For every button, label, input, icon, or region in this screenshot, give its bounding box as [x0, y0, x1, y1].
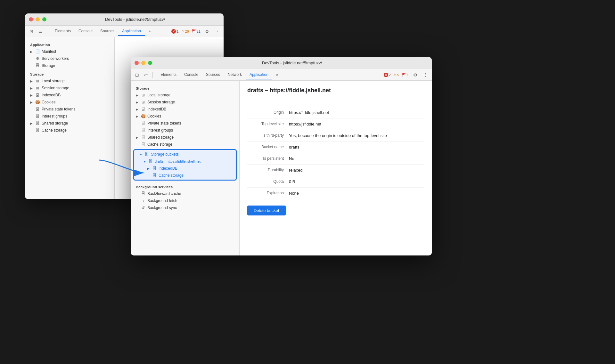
detail-row-expiration: Expiration None — [247, 188, 424, 199]
front-background-sync[interactable]: ▶ ↺ Background sync — [131, 204, 239, 211]
front-error-badge: ✕ 2 — [384, 73, 391, 77]
front-storage-buckets[interactable]: ▼ 🗄 Storage buckets — [134, 151, 236, 158]
tab-elements[interactable]: Elements — [51, 27, 75, 36]
delete-bucket-button[interactable]: Delete bucket — [247, 206, 286, 215]
front-sep-1 — [152, 72, 153, 78]
tab-console[interactable]: Console — [75, 27, 96, 36]
tab-more[interactable]: » — [145, 27, 155, 36]
front-maximize-btn[interactable] — [148, 61, 152, 65]
quota-value: 0 B — [289, 179, 295, 184]
front-warn-badge: ⚠ 5 — [393, 73, 399, 77]
device-icon[interactable]: ▭ — [37, 28, 44, 35]
front-tab-more[interactable]: » — [272, 70, 282, 79]
front-tab-elements[interactable]: Elements — [157, 70, 180, 79]
sidebar-item-indexeddb[interactable]: ▶ 🗄 IndexedDB — [25, 92, 114, 99]
front-badges: ✕ 2 ⚠ 5 🚩 1 ⚙ ⋮ — [384, 71, 429, 79]
front-background-fetch[interactable]: ▶ ↕ Background fetch — [131, 197, 239, 204]
sidebar-item-interest-groups[interactable]: ▶ 🗄 Interest groups — [25, 113, 114, 120]
front-session-storage[interactable]: ▶ ⊞ Session storage — [131, 99, 239, 106]
front-tab-console[interactable]: Console — [180, 70, 202, 79]
f-pst-icon: 🗄 — [141, 121, 145, 125]
ls-arrow: ▶ — [30, 79, 33, 83]
f-shst-arrow: ▶ — [136, 136, 139, 139]
sidebar-item-manifest[interactable]: ▶ 📄 Manifest — [25, 48, 114, 55]
front-cookies[interactable]: ▶ 🍪 Cookies — [131, 113, 239, 120]
inspect-icon[interactable]: ⊡ — [28, 28, 35, 35]
front-tab-application[interactable]: Application — [246, 70, 272, 79]
detail-row-bucket-name: Bucket name drafts — [247, 142, 424, 153]
sidebar-item-local-storage[interactable]: ▶ ⊞ Local storage — [25, 77, 114, 85]
ls-icon: ⊞ — [35, 79, 40, 83]
more-icon[interactable]: ⋮ — [213, 28, 221, 35]
front-tabs: Elements Console Sources Network Applica… — [157, 70, 282, 79]
front-close-btn[interactable] — [135, 61, 139, 65]
devtools-front-window: DevTools - jsfiddle.net/5tmpfuzv/ ⊡ ▭ El… — [131, 57, 432, 255]
front-interest-groups[interactable]: ▶ 🗄 Interest groups — [131, 127, 239, 134]
durability-label: Durability — [247, 168, 289, 172]
toolbar-sep-1 — [47, 28, 47, 34]
shst-arrow: ▶ — [30, 122, 33, 125]
bucket-name-value: drafts — [289, 145, 299, 150]
f-sb-icon: 🗄 — [144, 152, 149, 157]
sidebar-item-cookies[interactable]: ▶ 🍪 Cookies — [25, 99, 114, 106]
shst-icon: 🗄 — [35, 121, 40, 125]
sidebar-item-private-state-tokens[interactable]: ▶ 🗄 Private state tokens — [25, 106, 114, 113]
f-cookies-arrow: ▶ — [136, 115, 139, 118]
settings-icon[interactable]: ⚙ — [203, 28, 211, 35]
front-section-storage: Storage — [131, 83, 239, 92]
front-inspect-icon[interactable]: ⊡ — [133, 71, 141, 79]
front-drafts-bucket[interactable]: ▼ 🗄 drafts - https://fiddle.jshell.net — [134, 158, 236, 165]
front-private-state-tokens[interactable]: ▶ 🗄 Private state tokens — [131, 120, 239, 127]
cs-icon: 🗄 — [35, 128, 40, 133]
tab-sources[interactable]: Sources — [96, 27, 118, 36]
third-party-value: Yes, because the origin is outside of th… — [289, 133, 387, 138]
tab-application[interactable]: Application — [118, 27, 145, 36]
back-close-btn[interactable] — [29, 17, 33, 21]
idb-icon: 🗄 — [35, 93, 40, 97]
detail-row-durability: Durability relaxed — [247, 165, 424, 176]
f-ss-arrow: ▶ — [136, 101, 139, 104]
back-sidebar: Application ▶ 📄 Manifest ▶ ⚙ Service wor… — [25, 37, 115, 199]
f-bcs-icon: 🗄 — [152, 173, 157, 178]
f-cookies-icon: 🍪 — [141, 114, 145, 118]
front-settings-icon[interactable]: ⚙ — [411, 71, 419, 79]
f-ls-arrow: ▶ — [136, 93, 139, 97]
back-minimize-btn[interactable] — [36, 17, 40, 21]
ss-arrow: ▶ — [30, 86, 33, 90]
storage-icon: 🗄 — [35, 63, 40, 68]
sidebar-item-session-storage[interactable]: ▶ ⊞ Session storage — [25, 85, 114, 92]
f-ig-icon: 🗄 — [141, 128, 145, 133]
front-minimize-btn[interactable] — [141, 61, 145, 65]
front-indexeddb[interactable]: ▶ 🗄 IndexedDB — [131, 106, 239, 113]
back-titlebar: DevTools - jsfiddle.net/5tmpfuzv/ — [25, 13, 224, 26]
detail-row-quota: Quota 0 B — [247, 176, 424, 188]
back-tabs: Elements Console Sources Application » — [51, 27, 155, 36]
front-info-icon: 🚩 — [402, 73, 406, 77]
back-maximize-btn[interactable] — [42, 17, 46, 21]
sidebar-item-cache-storage[interactable]: ▶ 🗄 Cache storage — [25, 127, 114, 134]
front-warn-icon: ⚠ — [393, 73, 397, 77]
front-local-storage[interactable]: ▶ ⊞ Local storage — [131, 92, 239, 99]
front-cache-storage[interactable]: ▶ 🗄 Cache storage — [131, 141, 239, 148]
front-back-forward-cache[interactable]: ▶ 🗄 Back/forward cache — [131, 190, 239, 197]
front-window-controls — [135, 61, 152, 65]
front-tab-network[interactable]: Network — [224, 70, 246, 79]
front-shared-storage[interactable]: ▶ 🗄 Shared storage — [131, 134, 239, 141]
sidebar-item-service-workers[interactable]: ▶ ⚙ Service workers — [25, 55, 114, 62]
sidebar-item-shared-storage[interactable]: ▶ 🗄 Shared storage — [25, 120, 114, 127]
front-tab-sources[interactable]: Sources — [202, 70, 224, 79]
front-bucket-indexeddb[interactable]: ▶ 🗄 IndexedDB — [134, 165, 236, 172]
pst-icon: 🗄 — [35, 107, 40, 111]
f-sb-arrow: ▼ — [139, 153, 143, 156]
detail-row-top-level-site: Top-level site https://jsfiddle.net — [247, 118, 424, 130]
front-more-icon[interactable]: ⋮ — [422, 71, 429, 79]
front-device-icon[interactable]: ▭ — [142, 71, 150, 79]
cookies-arrow: ▶ — [30, 101, 33, 104]
f-ls-icon: ⊞ — [141, 93, 145, 97]
front-error-icon: ✕ — [384, 73, 388, 77]
front-bucket-cache-storage[interactable]: ▶ 🗄 Cache storage — [134, 172, 236, 179]
cookies-icon: 🍪 — [35, 100, 40, 104]
sidebar-item-storage[interactable]: ▶ 🗄 Storage — [25, 62, 114, 69]
top-level-label: Top-level site — [247, 122, 289, 126]
f-ss-icon: ⊞ — [141, 100, 145, 104]
